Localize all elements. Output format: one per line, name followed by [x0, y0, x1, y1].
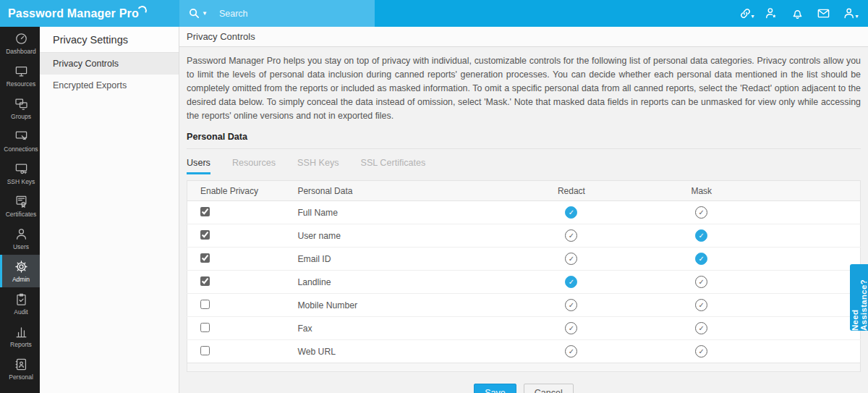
tab-ssh-keys[interactable]: SSH Keys — [297, 158, 339, 174]
user-audit-icon[interactable] — [758, 0, 784, 27]
redact-radio-check-icon[interactable] — [565, 253, 577, 265]
sidebar-item-users[interactable]: Users — [0, 222, 40, 255]
privacy-description: Password Manager Pro helps you stay on t… — [187, 54, 861, 123]
monitor-connection-icon — [14, 130, 28, 143]
enable-privacy-checkbox[interactable] — [200, 300, 210, 309]
main-sidebar: Dashboard Resources Groups Connections S… — [0, 27, 40, 393]
redact-radio-check-icon[interactable] — [565, 276, 577, 288]
settings-sidebar-title: Privacy Settings — [40, 27, 179, 53]
mask-radio-check-icon[interactable] — [695, 299, 707, 311]
personal-data-label: Landline — [284, 271, 506, 294]
bar-chart-icon — [14, 325, 28, 339]
settings-sidebar: Privacy Settings Privacy Controls Encryp… — [40, 27, 179, 393]
topbar-icon-group: ▼ ▼ — [732, 0, 868, 27]
sidebar-item-label: Users — [13, 243, 29, 250]
monitor-icon — [14, 64, 28, 78]
redact-radio-check-icon[interactable] — [565, 345, 577, 358]
col-empty — [767, 181, 861, 201]
app-logo[interactable]: Password Manager Pro — [0, 0, 179, 27]
enable-privacy-checkbox[interactable] — [200, 276, 210, 286]
personal-data-label: Web URL — [284, 340, 506, 363]
gear-icon — [14, 260, 28, 274]
sidebar-item-label: Resources — [7, 80, 36, 88]
topbar-spacer — [375, 0, 732, 27]
main-content: Privacy Controls Password Manager Pro he… — [179, 27, 868, 393]
sidebar-item-label: Audit — [14, 308, 27, 316]
privacy-table: Enable Privacy Personal Data Redact Mask… — [187, 180, 861, 372]
global-search[interactable]: ▼ — [179, 0, 375, 27]
mask-radio-check-icon[interactable] — [695, 322, 707, 334]
enable-privacy-checkbox[interactable] — [200, 253, 210, 263]
tab-ssl-certificates[interactable]: SSL Certificates — [361, 158, 426, 174]
person-icon — [14, 227, 28, 241]
sidebar-item-personal[interactable]: Personal — [0, 352, 40, 385]
table-row: Email ID — [187, 248, 861, 271]
page-title: Privacy Controls — [179, 27, 868, 47]
redact-radio-check-icon[interactable] — [565, 206, 577, 219]
need-assistance-tab[interactable]: Need Assistance? — [850, 264, 868, 331]
personal-data-label: Fax — [284, 317, 506, 340]
mask-radio-check-icon[interactable] — [695, 253, 707, 265]
sidebar-item-label: Certificates — [6, 211, 37, 218]
personal-data-label: Mobile Number — [284, 294, 506, 317]
enable-privacy-checkbox[interactable] — [200, 207, 210, 216]
table-footer-strip — [187, 363, 861, 372]
sidebar-item-label: Reports — [10, 341, 32, 348]
col-mask: Mask — [637, 181, 767, 201]
category-tabs: Users Resources SSH Keys SSL Certificate… — [187, 158, 861, 174]
mail-icon[interactable] — [810, 0, 836, 27]
sidebar-item-dashboard[interactable]: Dashboard — [0, 27, 40, 59]
table-row: Mobile Number — [187, 294, 861, 317]
mask-radio-check-icon[interactable] — [695, 276, 707, 288]
section-title: Personal Data — [187, 123, 861, 149]
profile-caret-icon: ▼ — [854, 14, 859, 19]
search-input[interactable] — [219, 9, 349, 19]
table-row: User name — [187, 224, 861, 248]
sidebar-item-label: Connections — [4, 145, 38, 153]
enable-privacy-checkbox[interactable] — [200, 346, 210, 355]
search-scope-caret-icon[interactable]: ▼ — [202, 10, 208, 17]
search-icon[interactable]: ▼ — [188, 7, 208, 20]
sidebar-item-certificates[interactable]: Certificates — [0, 190, 40, 222]
personal-data-label: Email ID — [284, 248, 506, 271]
personal-data-label: User name — [284, 224, 506, 248]
link-icon[interactable]: ▼ — [732, 0, 758, 27]
sidebar-item-audit[interactable]: Audit — [0, 287, 40, 320]
sidebar-item-resources[interactable]: Resources — [0, 59, 40, 92]
sidebar-item-encrypted-exports[interactable]: Encrypted Exports — [40, 75, 179, 96]
sidebar-item-label: SSH Keys — [7, 178, 35, 185]
sidebar-item-admin[interactable]: Admin — [0, 255, 40, 287]
mask-radio-check-icon[interactable] — [695, 345, 707, 358]
tab-users[interactable]: Users — [187, 158, 210, 174]
profile-icon[interactable]: ▼ — [836, 0, 862, 27]
mask-radio-check-icon[interactable] — [695, 206, 707, 219]
mask-radio-check-icon[interactable] — [695, 229, 707, 242]
notification-bell-icon[interactable] — [784, 0, 810, 27]
table-row: Landline — [187, 271, 861, 294]
gauge-icon — [14, 32, 28, 46]
sidebar-item-connections[interactable]: Connections — [0, 124, 40, 157]
cancel-button[interactable]: Cancel — [524, 384, 574, 393]
sidebar-item-reports[interactable]: Reports — [0, 320, 40, 352]
table-header-row: Enable Privacy Personal Data Redact Mask — [187, 181, 861, 201]
link-caret-icon: ▼ — [750, 14, 755, 19]
table-row: Fax — [187, 317, 861, 340]
tab-resources[interactable]: Resources — [232, 158, 276, 174]
col-enable-privacy: Enable Privacy — [187, 181, 285, 201]
col-personal-data: Personal Data — [284, 181, 506, 201]
sidebar-item-ssh-keys[interactable]: SSH Keys — [0, 157, 40, 190]
sidebar-item-groups[interactable]: Groups — [0, 92, 40, 124]
table-row: Full Name — [187, 201, 861, 224]
redact-radio-check-icon[interactable] — [565, 322, 577, 334]
sidebar-item-label: Groups — [11, 113, 31, 120]
save-button[interactable]: Save — [474, 384, 516, 393]
enable-privacy-checkbox[interactable] — [200, 323, 210, 332]
redact-radio-check-icon[interactable] — [565, 229, 577, 242]
col-redact: Redact — [506, 181, 637, 201]
redact-radio-check-icon[interactable] — [565, 299, 577, 311]
enable-privacy-checkbox[interactable] — [200, 230, 210, 240]
monitors-group-icon — [14, 97, 28, 111]
sidebar-item-privacy-controls[interactable]: Privacy Controls — [40, 53, 179, 75]
action-buttons: Save Cancel — [187, 384, 861, 393]
sidebar-item-label: Dashboard — [6, 48, 36, 55]
